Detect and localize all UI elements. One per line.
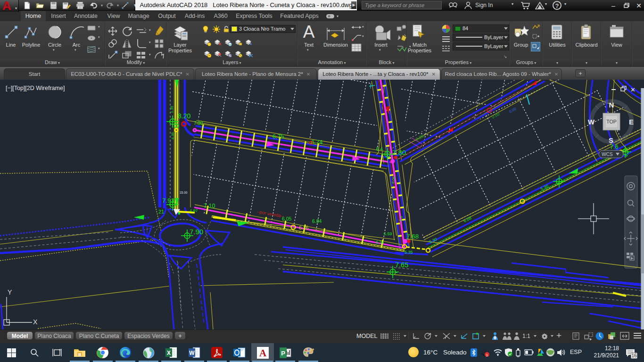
- svg-text:A: A: [259, 347, 266, 358]
- svg-text:S: S: [609, 136, 613, 144]
- svg-text:[−][Top][2D Wireframe]: [−][Top][2D Wireframe]: [6, 85, 65, 91]
- svg-text:TOP: TOP: [606, 119, 616, 124]
- svg-text:X: X: [33, 318, 38, 326]
- svg-text:7.00: 7.00: [194, 121, 203, 126]
- svg-text:6.34: 6.34: [376, 240, 384, 245]
- svg-text:7.65: 7.65: [395, 261, 408, 269]
- svg-text:4.97: 4.97: [190, 208, 198, 213]
- svg-text:6.4: 6.4: [376, 147, 383, 152]
- svg-text:1: 1: [486, 353, 488, 357]
- svg-text:7.6: 7.6: [610, 144, 618, 150]
- svg-text:8.20: 8.20: [178, 112, 190, 120]
- svg-text:N: N: [609, 101, 614, 109]
- svg-text:✕: ✕: [630, 86, 636, 93]
- svg-text:Y: Y: [8, 288, 12, 296]
- svg-text:15.00: 15.00: [180, 191, 188, 194]
- svg-text:WCS: WCS: [602, 152, 613, 157]
- svg-text:7.10: 7.10: [204, 203, 215, 209]
- svg-text:E: E: [629, 118, 634, 126]
- svg-text:X: X: [166, 350, 170, 356]
- svg-text:6.04: 6.04: [312, 218, 322, 224]
- svg-text:6.16: 6.16: [299, 225, 309, 230]
- svg-text:21: 21: [158, 209, 164, 214]
- svg-text:6.75: 6.75: [272, 133, 284, 140]
- svg-text:P: P: [281, 350, 285, 357]
- svg-text:4.35: 4.35: [171, 132, 175, 140]
- svg-text:1.36: 1.36: [170, 106, 174, 113]
- svg-text:7.90: 7.90: [190, 228, 203, 236]
- svg-text:W: W: [588, 118, 595, 126]
- svg-text:W: W: [189, 350, 195, 356]
- svg-text:5.35: 5.35: [405, 250, 413, 255]
- svg-text:7.68: 7.68: [406, 233, 419, 240]
- svg-text:6.59: 6.59: [384, 231, 392, 236]
- svg-text:7.80: 7.80: [392, 148, 406, 156]
